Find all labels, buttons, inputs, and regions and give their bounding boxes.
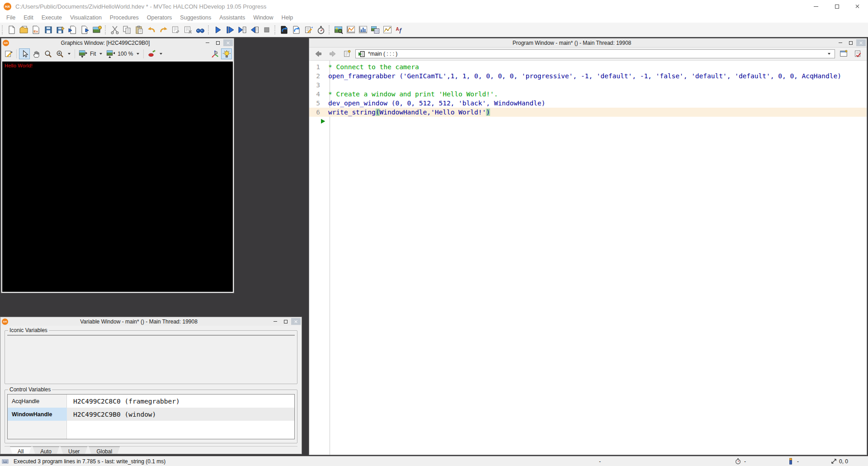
edit-procedure-icon[interactable] xyxy=(852,48,864,60)
tab-auto[interactable]: Auto xyxy=(33,447,59,454)
tab-user[interactable]: User xyxy=(61,447,87,454)
menu-assistants[interactable]: Assistants xyxy=(215,14,249,22)
procedure-name: *main ( : : : ) xyxy=(368,51,397,57)
paste-icon[interactable] xyxy=(133,24,145,36)
graphics-window-controls xyxy=(202,39,233,46)
profiler-icon[interactable] xyxy=(315,24,327,36)
menu-execute[interactable]: Execute xyxy=(38,14,66,22)
zoom-dropdown-caret[interactable] xyxy=(68,53,71,55)
maximize-button[interactable] xyxy=(281,318,290,325)
step-out-icon[interactable] xyxy=(248,24,260,36)
reset-program-icon[interactable] xyxy=(278,24,290,36)
draw-color-dropdown-caret[interactable] xyxy=(160,53,162,55)
minimize-button[interactable] xyxy=(806,0,826,13)
undo-icon[interactable] xyxy=(145,24,157,36)
save-program-icon[interactable] xyxy=(42,24,54,36)
delete-operator-icon[interactable] xyxy=(182,24,194,36)
pan-tool-icon[interactable] xyxy=(31,48,42,59)
write-file-icon[interactable] xyxy=(79,24,91,36)
maximize-button[interactable] xyxy=(213,39,222,46)
light-toggle-icon[interactable] xyxy=(221,48,232,59)
graphics-canvas[interactable]: Hello World! xyxy=(2,62,233,292)
annotate-icon[interactable] xyxy=(3,48,14,59)
navigate-forward-icon[interactable] xyxy=(326,48,339,60)
pointer-tool-icon[interactable] xyxy=(19,48,30,59)
close-button[interactable] xyxy=(856,39,866,46)
font-tool-icon[interactable]: Af xyxy=(393,24,406,36)
redo-icon[interactable] xyxy=(157,24,170,36)
code-line-4[interactable]: 4* Create a window and print 'Hello Worl… xyxy=(309,90,867,99)
acquire-image-icon[interactable] xyxy=(91,24,103,36)
menu-window[interactable]: Window xyxy=(249,14,277,22)
code-line-2[interactable]: 2open_framegrabber ('GenICamTL',1, 1, 0,… xyxy=(309,71,867,81)
read-file-icon[interactable] xyxy=(66,24,79,36)
menu-visualization[interactable]: Visualization xyxy=(66,14,106,22)
iconic-variables-area[interactable] xyxy=(7,335,295,336)
zoom-value-dropdown-caret[interactable] xyxy=(137,53,139,55)
procedure-properties-icon[interactable] xyxy=(341,48,353,60)
code-line-6[interactable]: 6write_string(WindowHandle,'Hello World!… xyxy=(309,108,867,117)
zoom-100-icon[interactable] xyxy=(105,48,116,59)
menu-help[interactable]: Help xyxy=(278,14,297,22)
navigate-back-icon[interactable] xyxy=(312,48,324,60)
variable-value[interactable]: H2C499C2C8C0 (framegrabber) xyxy=(67,395,294,408)
variable-name[interactable]: AcqHandle xyxy=(8,395,67,408)
maximize-button[interactable] xyxy=(846,39,855,46)
menu-edit[interactable]: Edit xyxy=(19,14,38,22)
copy-icon[interactable] xyxy=(121,24,133,36)
program-window-titlebar[interactable]: Program Window - main* () - Main Thread:… xyxy=(309,38,867,48)
minimize-button[interactable] xyxy=(203,39,212,46)
close-button[interactable] xyxy=(847,0,868,13)
procedure-combobox[interactable]: *main ( : : : ) xyxy=(355,49,835,58)
export-program-icon[interactable]: Ex xyxy=(30,24,42,36)
save-program-as-icon[interactable] xyxy=(54,24,66,36)
new-program-icon[interactable] xyxy=(5,24,18,36)
variable-name[interactable]: WindowHandle xyxy=(8,408,67,421)
menu-operators[interactable]: Operators xyxy=(143,14,176,22)
code-line-3[interactable]: 3 xyxy=(309,81,867,90)
procedure-dropdown-caret[interactable] xyxy=(828,53,830,55)
variable-row-WindowHandle[interactable]: WindowHandleH2C499C2C9B0 (window) xyxy=(8,408,294,421)
graphics-window-titlebar[interactable]: HA Graphics Window: [H2C499C2C9B0] xyxy=(1,38,234,47)
minimize-button[interactable] xyxy=(835,39,845,46)
draw-color-icon[interactable] xyxy=(146,48,157,59)
line-number: 6 xyxy=(309,108,326,117)
run-icon[interactable] xyxy=(212,24,224,36)
edit-code-icon[interactable] xyxy=(302,24,315,36)
open-procedure-window-icon[interactable] xyxy=(837,48,849,60)
gray-histogram-icon[interactable] xyxy=(344,24,357,36)
close-button[interactable] xyxy=(291,318,301,325)
menu-suggestions[interactable]: Suggestions xyxy=(176,14,215,22)
fit-dropdown-caret[interactable] xyxy=(99,53,102,55)
code-line-5[interactable]: 5dev_open_window (0, 0, 512, 512, 'black… xyxy=(309,99,867,108)
variable-window-titlebar[interactable]: HA Variable Window - main* () - Main Thr… xyxy=(0,317,302,326)
control-variables-table[interactable]: AcqHandleH2C499C2C8C0 (framegrabber)Wind… xyxy=(7,394,295,439)
variable-row-AcqHandle[interactable]: AcqHandleH2C499C2C8C0 (framegrabber) xyxy=(8,395,294,408)
find-icon[interactable] xyxy=(194,24,206,36)
line-profile-icon[interactable] xyxy=(381,24,393,36)
code-line-1[interactable]: 1* Connect to the camera xyxy=(309,62,867,71)
3d-axis-icon[interactable] xyxy=(209,48,220,59)
fit-image-icon[interactable] xyxy=(77,48,88,59)
maximize-button[interactable] xyxy=(826,0,847,13)
tab-all[interactable]: All xyxy=(10,447,31,454)
insert-operator-icon[interactable] xyxy=(170,24,182,36)
step-into-icon[interactable] xyxy=(236,24,248,36)
open-program-icon[interactable] xyxy=(18,24,30,36)
zoom-tool-icon[interactable] xyxy=(42,48,53,59)
cut-icon[interactable] xyxy=(108,24,121,36)
reset-procedure-icon[interactable] xyxy=(290,24,302,36)
code-editor[interactable]: 1* Connect to the camera2open_framegrabb… xyxy=(309,61,867,455)
view-image-icon[interactable] xyxy=(332,24,344,36)
variable-value[interactable]: H2C499C2C9B0 (window) xyxy=(67,408,294,421)
close-button[interactable] xyxy=(223,39,233,46)
menu-procedures[interactable]: Procedures xyxy=(106,14,143,22)
zoom-in-tool-icon[interactable] xyxy=(54,48,65,59)
pixel-grid-icon[interactable] xyxy=(369,24,381,36)
minimize-button[interactable] xyxy=(270,318,280,325)
tab-global[interactable]: Global xyxy=(89,447,120,454)
step-over-icon[interactable] xyxy=(224,24,236,36)
feature-histogram-icon[interactable] xyxy=(357,24,369,36)
stop-icon[interactable] xyxy=(260,24,273,36)
menu-file[interactable]: File xyxy=(2,14,19,22)
